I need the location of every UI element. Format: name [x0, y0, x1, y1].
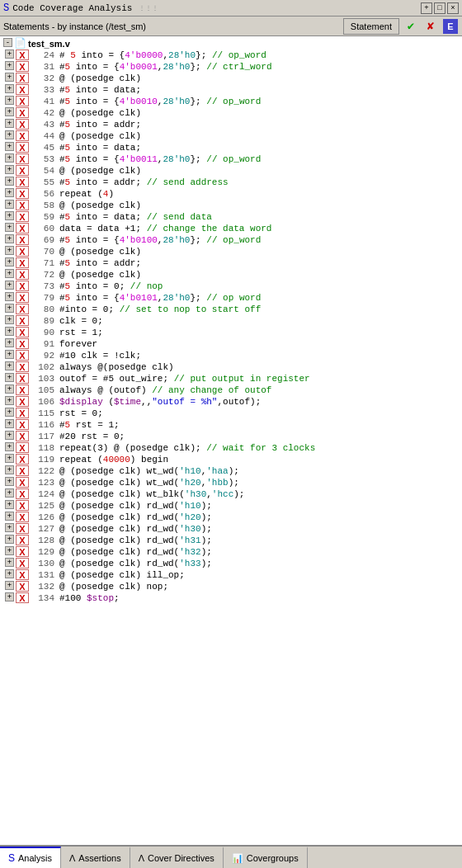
- row-expand[interactable]: +: [5, 246, 14, 255]
- code-line: @ (posedge clk) ill_op;: [59, 569, 185, 581]
- line-number: 55: [30, 177, 54, 188]
- row-expand[interactable]: +: [5, 408, 14, 417]
- row-expand[interactable]: +: [5, 165, 14, 174]
- row-expand[interactable]: +: [5, 50, 14, 59]
- row-expand[interactable]: +: [5, 558, 14, 567]
- line-number: 69: [30, 234, 54, 246]
- row-expand[interactable]: +: [5, 500, 14, 509]
- code-line: #5 into = addr;: [59, 257, 141, 269]
- row-expand[interactable]: +: [5, 431, 14, 440]
- row-expand[interactable]: +: [5, 396, 14, 405]
- x-marker: X: [16, 465, 29, 476]
- row-expand[interactable]: +: [5, 200, 14, 209]
- row-expand[interactable]: +: [5, 454, 14, 463]
- titlebar-title: Code Coverage Analysis: [12, 3, 132, 13]
- row-expand[interactable]: +: [5, 535, 14, 544]
- row-expand[interactable]: +: [5, 142, 14, 151]
- row-expand[interactable]: +: [5, 384, 14, 394]
- line-number: 72: [30, 269, 54, 281]
- row-expand[interactable]: +: [5, 292, 14, 301]
- code-line: #5 into = addr; // send address: [59, 177, 229, 188]
- row-expand[interactable]: +: [5, 361, 14, 370]
- tab-covergroups[interactable]: 📊 Covergroups: [224, 847, 308, 868]
- row-expand[interactable]: +: [5, 569, 14, 578]
- row-expand[interactable]: +: [5, 419, 14, 428]
- row-expand[interactable]: +: [5, 581, 14, 590]
- row-expand[interactable]: +: [5, 107, 14, 116]
- edit-icon[interactable]: E: [442, 18, 459, 35]
- line-number: 24: [30, 50, 54, 61]
- tab-analysis-label: Analysis: [18, 853, 52, 863]
- row-expand[interactable]: +: [5, 119, 14, 128]
- statement-button[interactable]: Statement: [343, 18, 399, 35]
- row-expand[interactable]: +: [5, 211, 14, 220]
- x-marker: X: [16, 408, 29, 418]
- line-number: 33: [30, 84, 54, 96]
- tree-row: + X 59 #5 into = data; // send data: [0, 211, 462, 223]
- row-expand[interactable]: +: [5, 338, 14, 347]
- row-expand[interactable]: +: [5, 546, 14, 555]
- titlebar-left: S Code Coverage Analysis ⋮⋮⋮: [3, 2, 158, 14]
- row-expand[interactable]: +: [5, 350, 14, 359]
- row-expand[interactable]: +: [5, 512, 14, 521]
- row-expand[interactable]: +: [5, 315, 14, 324]
- tab-cover-directives[interactable]: Λ Cover Directives: [130, 847, 224, 868]
- tree-row: + X 126 @ (posedge clk) rd_wd('h20);: [0, 512, 462, 523]
- line-number: 125: [30, 500, 54, 512]
- code-line: @ (posedge clk): [59, 246, 141, 257]
- toolbar: Statements - by instance (/test_sm) Stat…: [0, 17, 462, 36]
- line-number: 130: [30, 558, 54, 569]
- code-line: @ (posedge clk) rd_wd('h10);: [59, 500, 212, 512]
- maximize-button[interactable]: □: [434, 2, 446, 14]
- row-expand[interactable]: +: [5, 304, 14, 313]
- line-number: 105: [30, 384, 54, 396]
- row-expand[interactable]: +: [5, 327, 14, 336]
- row-expand[interactable]: +: [5, 84, 14, 93]
- row-expand[interactable]: +: [5, 442, 14, 451]
- minimize-button[interactable]: +: [421, 2, 432, 14]
- x-marker: X: [16, 50, 29, 60]
- row-expand[interactable]: +: [5, 130, 14, 139]
- tree-row: + X 118 repeat(3) @ (posedge clk); // wa…: [0, 442, 462, 454]
- row-expand[interactable]: +: [5, 257, 14, 267]
- check-icon[interactable]: ✔: [403, 18, 419, 35]
- row-expand[interactable]: +: [5, 523, 14, 532]
- line-number: 117: [30, 431, 54, 442]
- tab-assertions-label: Assertions: [78, 853, 120, 863]
- row-expand[interactable]: +: [5, 269, 14, 278]
- x-marker: X: [16, 327, 29, 337]
- row-expand[interactable]: +: [5, 153, 14, 163]
- x-marker: X: [16, 592, 29, 603]
- row-expand[interactable]: +: [5, 177, 14, 186]
- code-line: #into = 0; // set to nop to start off: [59, 304, 261, 315]
- row-expand[interactable]: +: [5, 477, 14, 486]
- row-expand[interactable]: +: [5, 73, 14, 82]
- tab-assertions[interactable]: Λ Assertions: [61, 847, 130, 868]
- tree-row: + X 103 outof = #5 out_wire; // put outp…: [0, 373, 462, 384]
- code-area[interactable]: - 📄 test_sm.v + X 24 # 5 into = {4'b0000…: [0, 36, 462, 845]
- tree-root-collapse[interactable]: -: [3, 38, 12, 47]
- tab-analysis[interactable]: S Analysis: [0, 847, 61, 868]
- x-marker: X: [16, 153, 29, 164]
- row-expand[interactable]: +: [5, 188, 14, 197]
- close-button[interactable]: ×: [447, 2, 459, 14]
- row-expand[interactable]: +: [5, 61, 14, 70]
- tree-row: + X 72 @ (posedge clk): [0, 269, 462, 281]
- row-expand[interactable]: +: [5, 234, 14, 243]
- row-expand[interactable]: +: [5, 465, 14, 474]
- row-expand[interactable]: +: [5, 592, 14, 601]
- row-expand[interactable]: +: [5, 488, 14, 498]
- reject-icon[interactable]: ✘: [422, 18, 439, 35]
- line-number: 103: [30, 373, 54, 384]
- line-number: 53: [30, 153, 54, 165]
- code-line: always @ (outof) // any change of outof: [59, 384, 271, 396]
- x-marker: X: [16, 223, 29, 234]
- row-expand[interactable]: +: [5, 96, 14, 105]
- row-expand[interactable]: +: [5, 281, 14, 290]
- row-expand[interactable]: +: [5, 373, 14, 382]
- code-line: @ (posedge clk) rd_wd('h20);: [59, 512, 212, 523]
- line-number: 127: [30, 523, 54, 535]
- line-number: 45: [30, 142, 54, 153]
- tabbar: S Analysis Λ Assertions Λ Cover Directiv…: [0, 845, 462, 868]
- row-expand[interactable]: +: [5, 223, 14, 232]
